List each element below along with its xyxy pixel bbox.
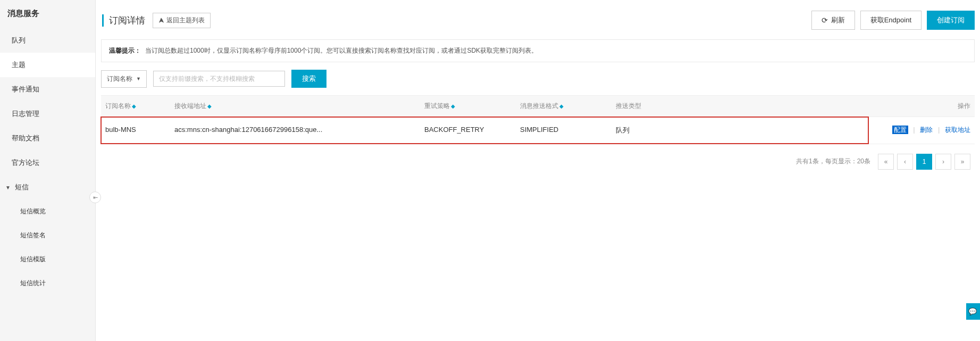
sort-icon: ◆: [207, 103, 212, 109]
get-endpoint-button[interactable]: 获取Endpoint: [860, 11, 922, 30]
sort-icon: ◆: [132, 103, 136, 109]
sidebar-item-label: 短信签名: [20, 231, 46, 239]
sidebar-item-event[interactable]: 事件通知: [0, 77, 95, 102]
action-separator: |: [913, 126, 915, 134]
sidebar-item-log[interactable]: 日志管理: [0, 102, 95, 126]
page-last-button[interactable]: »: [954, 154, 970, 170]
col-endpoint-label: 接收端地址: [174, 102, 206, 110]
sidebar-item-label: 短信: [15, 182, 29, 192]
col-ops-label: 操作: [958, 102, 970, 110]
cell-retry: BACKOFF_RETRY: [420, 117, 516, 144]
sidebar-item-label: 事件通知: [12, 85, 39, 94]
col-endpoint[interactable]: 接收端地址◆: [170, 96, 420, 117]
feedback-tab[interactable]: 💬 咨询·建议: [966, 303, 980, 320]
service-title: 消息服务: [0, 0, 95, 28]
info-alert: 温馨提示：当订阅总数超过1000时，仅显示订阅名称字母序前1000个订阅。您可以…: [101, 39, 975, 62]
action-delete[interactable]: 删除: [920, 126, 933, 134]
get-endpoint-label: 获取Endpoint: [870, 15, 911, 25]
refresh-button-label: 刷新: [831, 15, 845, 25]
pagination-summary: 共有1条，每页显示：20条: [796, 157, 870, 166]
page-title: 订阅详情: [102, 14, 145, 27]
filter-type-select[interactable]: 订阅名称 ▼: [101, 70, 147, 88]
feedback-label: 咨询·建议: [957, 308, 966, 315]
col-retry[interactable]: 重试策略◆: [420, 96, 516, 117]
search-button[interactable]: 搜索: [291, 70, 326, 88]
sidebar-sub-sms-sign[interactable]: 短信签名: [0, 223, 95, 247]
sidebar-sub-sms-overview[interactable]: 短信概览: [0, 199, 95, 223]
sidebar-item-sms[interactable]: ▼ 短信: [0, 175, 95, 199]
action-get-address[interactable]: 获取地址: [945, 126, 970, 134]
cell-format: SIMPLIFIED: [516, 117, 612, 144]
sidebar-item-topic[interactable]: 主题: [0, 53, 95, 77]
sort-icon: ◆: [451, 103, 455, 109]
sidebar-item-label: 短信概览: [20, 207, 46, 215]
page-first-button[interactable]: «: [878, 154, 894, 170]
sidebar-item-forum[interactable]: 官方论坛: [0, 151, 95, 175]
page-prev-button[interactable]: ‹: [897, 154, 913, 170]
filter-type-label: 订阅名称: [107, 74, 132, 84]
sidebar-item-label: 短信统计: [20, 279, 46, 287]
sidebar-sub-sms-template[interactable]: 短信模版: [0, 247, 95, 271]
col-format[interactable]: 消息推送格式◆: [516, 96, 612, 117]
page-number-button[interactable]: 1: [916, 154, 932, 170]
sort-icon: ◆: [559, 103, 564, 109]
caret-down-icon: ▼: [5, 185, 11, 190]
sidebar-item-label: 日志管理: [12, 109, 39, 119]
return-icon: ⮝: [158, 17, 164, 23]
sidebar-item-label: 官方论坛: [12, 158, 39, 168]
collapse-icon: ⇤: [93, 194, 98, 201]
col-retry-label: 重试策略: [424, 102, 450, 110]
table-row: bulb-MNS acs:mns:cn-shanghai:12706166729…: [101, 117, 975, 144]
page-header: 订阅详情 ⮝ 返回主题列表 ⟳ 刷新 获取Endpoint 创建订阅: [96, 11, 980, 39]
create-subscription-label: 创建订阅: [937, 15, 965, 25]
chat-icon: 💬: [968, 307, 978, 315]
col-ops: 操作: [868, 96, 975, 117]
alert-prefix: 温馨提示：: [109, 47, 141, 54]
col-name[interactable]: 订阅名称◆: [101, 96, 170, 117]
col-name-label: 订阅名称: [105, 102, 131, 110]
sidebar-item-help[interactable]: 帮助文档: [0, 126, 95, 151]
sidebar-item-label: 帮助文档: [12, 134, 39, 143]
filter-bar: 订阅名称 ▼ 搜索: [101, 70, 975, 88]
cell-name: bulb-MNS: [101, 117, 170, 144]
cell-actions: 配置 | 删除 | 获取地址: [868, 117, 975, 144]
chevron-down-icon: ▼: [136, 76, 141, 81]
action-configure[interactable]: 配置: [892, 126, 908, 134]
refresh-button[interactable]: ⟳ 刷新: [811, 11, 855, 30]
main-content: 订阅详情 ⮝ 返回主题列表 ⟳ 刷新 获取Endpoint 创建订阅: [96, 0, 980, 341]
page-next-button[interactable]: ›: [935, 154, 951, 170]
pagination-bar: 共有1条，每页显示：20条 « ‹ 1 › »: [101, 144, 975, 179]
col-type: 推送类型: [612, 96, 868, 117]
sidebar-item-queue[interactable]: 队列: [0, 28, 95, 53]
col-type-label: 推送类型: [616, 102, 641, 110]
sidebar-item-label: 短信模版: [20, 255, 46, 263]
back-button[interactable]: ⮝ 返回主题列表: [153, 13, 211, 28]
action-separator: |: [938, 126, 940, 134]
create-subscription-button[interactable]: 创建订阅: [927, 11, 975, 30]
collapse-sidebar-button[interactable]: ⇤: [89, 192, 101, 203]
alert-text: 当订阅总数超过1000时，仅显示订阅名称字母序前1000个订阅。您可以直接搜索订…: [145, 47, 538, 54]
sidebar: 消息服务 队列 主题 事件通知 日志管理 帮助文档 官方论坛 ▼ 短信 短信概览…: [0, 0, 96, 341]
sidebar-sub-sms-stats[interactable]: 短信统计: [0, 271, 95, 295]
sidebar-item-label: 主题: [12, 60, 26, 70]
cell-endpoint: acs:mns:cn-shanghai:1270616672996158:que…: [170, 117, 420, 144]
cell-type: 队列: [612, 117, 868, 144]
search-input[interactable]: [153, 71, 285, 87]
col-format-label: 消息推送格式: [520, 102, 558, 110]
back-button-label: 返回主题列表: [166, 16, 205, 25]
search-button-label: 搜索: [302, 74, 316, 82]
refresh-icon: ⟳: [822, 16, 828, 24]
subscription-table: 订阅名称◆ 接收端地址◆ 重试策略◆ 消息推送格式◆ 推送类型 操作 bulb-…: [101, 95, 975, 144]
sidebar-item-label: 队列: [12, 36, 26, 45]
